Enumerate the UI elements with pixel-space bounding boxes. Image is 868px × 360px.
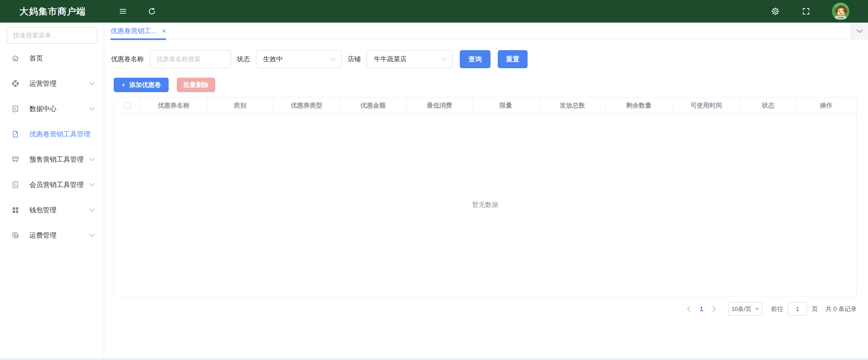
status-select-value: 生效中 bbox=[263, 55, 283, 64]
tab-coupon-tools[interactable]: 优惠卷营销工... × bbox=[111, 22, 166, 39]
user-avatar[interactable]: 大妈集市 bbox=[832, 2, 849, 20]
sidebar-item-label: 优惠卷营销工具管理 bbox=[29, 130, 90, 139]
chevron-down-icon bbox=[89, 107, 95, 111]
col-header-limit: 限量 bbox=[473, 98, 539, 113]
add-coupon-button[interactable]: + 添加优惠卷 bbox=[114, 78, 168, 92]
sidebar-item-label: 运营管理 bbox=[29, 79, 57, 88]
tab-active-underline bbox=[111, 38, 166, 40]
refresh-icon[interactable] bbox=[147, 6, 157, 16]
sidebar-item-data-center[interactable]: 数据中心 bbox=[0, 96, 104, 122]
sidebar-item-wallet[interactable]: 钱包管理 bbox=[0, 197, 104, 223]
filter-toolbar: 优惠卷名称 状态 生效中 店铺 牛牛蔬菜店 查询 重置 bbox=[111, 50, 857, 68]
settings-gear-icon[interactable] bbox=[770, 6, 780, 16]
batch-delete-button[interactable]: 批量删除 bbox=[177, 78, 215, 92]
caret-down-icon bbox=[755, 308, 759, 310]
shop-select-value: 牛牛蔬菜店 bbox=[374, 55, 407, 64]
coupon-table: 优惠券名称 类别 优惠券类型 优惠金额 最低消费 限量 发放总数 剩余数量 可使… bbox=[114, 97, 857, 296]
grid-icon bbox=[11, 206, 20, 214]
presentation-board-icon bbox=[11, 155, 20, 164]
empty-state-text: 暂无数据 bbox=[472, 200, 498, 209]
coupon-name-label: 优惠卷名称 bbox=[111, 55, 144, 64]
page-number-1[interactable]: 1 bbox=[700, 305, 703, 313]
operations-wheel-icon bbox=[11, 79, 20, 88]
chevron-down-icon bbox=[441, 57, 447, 61]
cash-icon bbox=[11, 231, 20, 239]
select-all-checkbox[interactable] bbox=[124, 102, 131, 109]
coupon-name-input[interactable] bbox=[150, 50, 231, 68]
tab-bar: 优惠卷营销工... × bbox=[104, 23, 868, 40]
status-select[interactable]: 生效中 bbox=[256, 50, 342, 68]
collapse-sidebar-icon[interactable] bbox=[118, 6, 128, 16]
sidebar-item-label: 首页 bbox=[29, 54, 43, 63]
tab-close-icon[interactable]: × bbox=[162, 27, 166, 35]
col-header-coupon-name: 优惠券名称 bbox=[141, 98, 207, 113]
sidebar-item-label: 数据中心 bbox=[29, 104, 57, 113]
pagination: 1 10条/页 前往 页 共 0 条记录 bbox=[114, 302, 857, 316]
document-icon bbox=[11, 181, 20, 189]
status-label: 状态 bbox=[237, 55, 250, 64]
chevron-down-icon bbox=[89, 233, 95, 237]
table-header-row: 优惠券名称 类别 优惠券类型 优惠金额 最低消费 限量 发放总数 剩余数量 可使… bbox=[114, 98, 856, 114]
search-button[interactable]: 查询 bbox=[460, 50, 491, 68]
col-header-remaining: 剩余数量 bbox=[606, 98, 672, 113]
sidebar-item-label: 钱包管理 bbox=[29, 205, 57, 215]
app-title: 大妈集市商户端 bbox=[20, 5, 86, 18]
col-header-total-issued: 发放总数 bbox=[539, 98, 606, 113]
col-header-coupon-type: 优惠券类型 bbox=[274, 98, 340, 113]
sidebar-item-operations[interactable]: 运营管理 bbox=[0, 71, 104, 96]
chevron-down-icon bbox=[89, 82, 95, 86]
avatar-brand-text: 大妈集市 bbox=[836, 17, 845, 19]
chevron-down-icon bbox=[856, 29, 863, 33]
sidebar-item-label: 运费管理 bbox=[29, 231, 57, 240]
document-icon bbox=[11, 105, 20, 113]
coupon-file-icon bbox=[11, 130, 20, 138]
col-header-usable-time: 可使用时间 bbox=[672, 98, 741, 113]
sidebar-item-coupon-tools[interactable]: 优惠卷营销工具管理 bbox=[0, 122, 104, 147]
page-unit-label: 页 bbox=[812, 305, 818, 313]
main-content: 优惠卷营销工... × 优惠卷名称 状态 生效中 bbox=[104, 23, 868, 358]
goto-label: 前往 bbox=[771, 305, 783, 313]
chevron-down-icon bbox=[89, 158, 95, 161]
col-header-min-spend: 最低消费 bbox=[406, 98, 473, 113]
sidebar-item-freight[interactable]: 运费管理 bbox=[0, 223, 104, 248]
chevron-down-icon bbox=[89, 183, 95, 187]
app-window: 大妈集市商户端 bbox=[0, 0, 868, 358]
fullscreen-icon[interactable] bbox=[801, 6, 811, 16]
shop-select[interactable]: 牛牛蔬菜店 bbox=[367, 50, 453, 68]
topbar-right: 大妈集市 bbox=[770, 2, 849, 20]
topbar: 大妈集市商户端 bbox=[0, 0, 868, 23]
tab-label: 优惠卷营销工... bbox=[111, 26, 157, 36]
col-header-actions: 操作 bbox=[796, 98, 856, 113]
action-toolbar: + 添加优惠卷 批量删除 bbox=[114, 78, 857, 92]
prev-page-button[interactable] bbox=[684, 304, 694, 314]
tab-list-dropdown-button[interactable] bbox=[851, 23, 868, 40]
select-all-cell bbox=[114, 98, 141, 113]
sidebar: 首页 运营管理 bbox=[0, 23, 104, 358]
sidebar-item-member-tools[interactable]: 会员营销工具管理 bbox=[0, 172, 104, 197]
next-page-button[interactable] bbox=[709, 304, 719, 314]
sidebar-item-presale-tools[interactable]: 预售营销工具管理 bbox=[0, 147, 104, 172]
page-size-select[interactable]: 10条/页 bbox=[728, 302, 763, 316]
chevron-down-icon bbox=[89, 208, 95, 212]
shop-label: 店铺 bbox=[348, 55, 361, 64]
chevron-down-icon bbox=[330, 57, 336, 61]
total-records-text: 共 0 条记录 bbox=[826, 305, 857, 313]
home-icon bbox=[11, 54, 20, 62]
col-header-status: 状态 bbox=[741, 98, 796, 113]
col-header-discount-amount: 优惠金额 bbox=[340, 98, 406, 113]
sidebar-item-label: 会员营销工具管理 bbox=[29, 180, 84, 190]
plus-icon: + bbox=[121, 81, 126, 89]
col-header-category: 类别 bbox=[207, 98, 274, 113]
sidebar-item-label: 预售营销工具管理 bbox=[29, 155, 84, 164]
sidebar-menu: 首页 运营管理 bbox=[0, 45, 104, 248]
table-body: 暂无数据 bbox=[114, 114, 856, 296]
reset-button[interactable]: 重置 bbox=[498, 50, 528, 68]
menu-search-input[interactable] bbox=[7, 27, 97, 44]
goto-page-input[interactable] bbox=[788, 302, 807, 316]
sidebar-item-home[interactable]: 首页 bbox=[0, 45, 104, 71]
page-size-value: 10条/页 bbox=[732, 305, 751, 313]
